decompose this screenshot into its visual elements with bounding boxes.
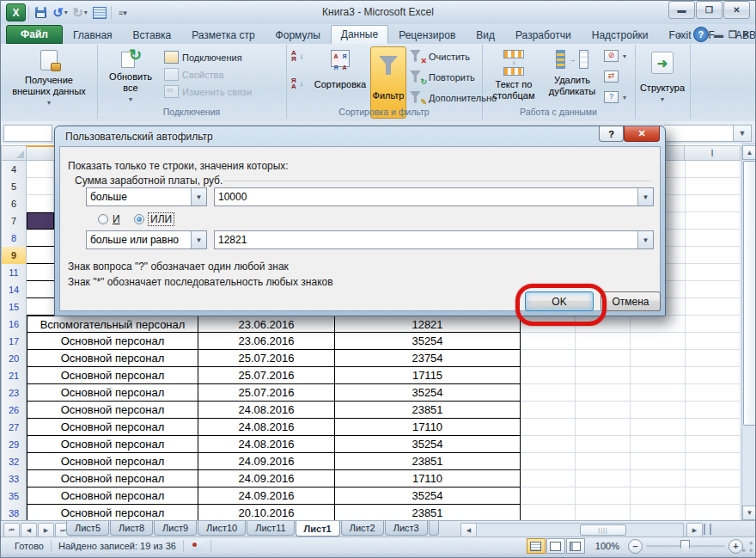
cell-value-row17[interactable]: 35254 — [335, 333, 521, 350]
cell-name-row16[interactable]: Вспомогательный персонал — [27, 316, 198, 333]
cell-date-row27[interactable]: 24.08.2016 — [198, 419, 335, 436]
row-header-16[interactable]: 16 — [1, 316, 27, 334]
ribbon-tab-данные[interactable]: Данные — [331, 25, 388, 44]
ribbon-tab-разметка-стр[interactable]: Разметка стр — [181, 26, 265, 44]
cell-value-row33[interactable]: 17110 — [335, 470, 521, 487]
cell-date-row16[interactable]: 23.06.2016 — [198, 316, 335, 333]
cell-b9[interactable] — [27, 247, 54, 264]
cell-name-row21[interactable]: Основной персонал — [27, 367, 198, 384]
value1-dropdown-icon[interactable]: ▼ — [637, 188, 653, 205]
cell-name-row26[interactable]: Основной персонал — [27, 402, 198, 419]
radio-and-option[interactable]: И — [98, 213, 120, 225]
close-window-button[interactable]: ✕ — [723, 1, 750, 19]
first-sheet-icon[interactable]: ⏮ — [3, 523, 20, 537]
cell-name-row38[interactable]: Основной персонал — [27, 505, 198, 522]
cell-value-row29[interactable]: 35254 — [335, 436, 521, 453]
cell-b8[interactable] — [27, 230, 54, 247]
outline-button[interactable]: ➜ Структура ▾ — [640, 48, 685, 105]
zoom-slider-handle[interactable] — [680, 540, 690, 554]
row-header-17[interactable]: 17 — [1, 333, 27, 351]
cell-name-row35[interactable]: Основной персонал — [27, 487, 198, 505]
view-normal-button[interactable] — [527, 538, 546, 554]
help-icon[interactable]: ? — [693, 27, 709, 42]
what-if-analysis-button[interactable]: ?▾ — [604, 91, 626, 103]
condition1-dropdown[interactable]: больше ▼ — [86, 187, 207, 206]
row-header-8[interactable]: 8 — [1, 230, 27, 248]
name-box[interactable] — [3, 125, 52, 142]
cell-date-row38[interactable]: 20.10.2016 — [198, 505, 335, 522]
cell-date-row32[interactable]: 24.09.2016 — [198, 453, 335, 470]
reapply-filter-button[interactable]: ↻ Повторить — [410, 71, 475, 84]
cell-date-row33[interactable]: 24.09.2016 — [198, 470, 335, 487]
cell-date-row20[interactable]: 25.07.2016 — [198, 350, 335, 367]
cell-date-row23[interactable]: 25.07.2016 — [198, 384, 335, 402]
row-header-21[interactable]: 21 — [1, 367, 27, 385]
restore-window-button[interactable]: ❐ — [696, 1, 722, 19]
row-header-5[interactable]: 5 — [1, 178, 27, 196]
ribbon-tab-формулы[interactable]: Формулы — [265, 26, 331, 44]
sheet-tab-лист10[interactable]: Лист10 — [198, 521, 246, 536]
cell-value-row32[interactable]: 23851 — [335, 453, 521, 470]
minimize-window-button[interactable]: ▬ — [668, 1, 695, 19]
workbook-minimize-icon[interactable]: ▬ — [714, 29, 723, 40]
row-header-33[interactable]: 33 — [1, 470, 27, 488]
cell-name-row23[interactable]: Основной персонал — [27, 384, 198, 402]
cell-b7[interactable] — [27, 212, 54, 230]
sort-za-button[interactable]: ЯА↓ — [291, 77, 303, 89]
sheet-tab-лист8[interactable]: Лист8 — [110, 521, 153, 536]
expand-formula-bar-icon[interactable]: ▼ — [733, 125, 752, 142]
row-header-20[interactable]: 20 — [1, 350, 27, 368]
cell-date-row35[interactable]: 24.09.2016 — [198, 487, 335, 505]
ribbon-tab-разработчи[interactable]: Разработчи — [505, 26, 582, 44]
refresh-all-button[interactable]: Обновить все ▾ — [104, 46, 157, 105]
vertical-scroll-thumb[interactable] — [743, 161, 756, 426]
radio-and-icon[interactable] — [98, 214, 108, 224]
remove-duplicates-button[interactable]: → Удалить дубликаты — [544, 46, 601, 97]
connections-button[interactable]: Подключения — [164, 51, 242, 64]
view-page-layout-button[interactable] — [546, 538, 565, 554]
row-header-29[interactable]: 29 — [1, 436, 27, 454]
horizontal-scrollbar[interactable]: |||| — [476, 523, 684, 537]
cell-value-row35[interactable]: 35254 — [335, 487, 521, 505]
sheet-tab-лист3[interactable]: Лист3 — [385, 521, 428, 536]
sheet-tab-лист1[interactable]: Лист1 — [296, 521, 340, 537]
dialog-close-button[interactable]: ✕ — [624, 126, 660, 142]
cell-b5[interactable] — [27, 178, 54, 195]
hscroll-right-icon[interactable]: ▶ — [686, 523, 703, 537]
cell-name-row29[interactable]: Основной персонал — [27, 436, 198, 453]
cell-date-row29[interactable]: 24.08.2016 — [198, 436, 335, 453]
data-validation-button[interactable]: ⊘▾ — [604, 50, 626, 62]
formula-input[interactable] — [664, 125, 734, 142]
row-header-32[interactable]: 32 — [1, 453, 27, 471]
value2-dropdown-icon[interactable]: ▼ — [637, 231, 653, 248]
resize-grip[interactable] — [741, 541, 753, 553]
condition1-dropdown-icon[interactable]: ▼ — [191, 188, 206, 205]
row-header-4[interactable]: 4 — [1, 161, 27, 179]
row-header-6[interactable]: 6 — [1, 195, 27, 213]
cell-date-row21[interactable]: 25.07.2016 — [198, 367, 335, 384]
ribbon-tab-главная[interactable]: Главная — [63, 26, 123, 44]
collapse-ribbon-icon[interactable]: ▲ — [676, 30, 688, 39]
column-header-partial[interactable] — [26, 145, 55, 161]
cell-value-row26[interactable]: 23851 — [335, 402, 521, 419]
cell-b14[interactable] — [27, 281, 54, 298]
get-external-data-button[interactable]: Получение внешних данных ▾ — [8, 46, 90, 108]
sheet-tab-partial[interactable] — [429, 521, 439, 536]
row-header-27[interactable]: 27 — [1, 419, 27, 437]
cell-name-row32[interactable]: Основной персонал — [27, 453, 198, 470]
row-header-7[interactable]: 7 — [1, 212, 27, 230]
zoom-out-icon[interactable]: – — [628, 539, 643, 554]
cell-value-row16[interactable]: 12821 — [335, 316, 521, 333]
sort-button[interactable]: АЯЯА Сортировка — [312, 46, 369, 90]
row-header-9[interactable]: 9 — [1, 247, 27, 265]
ribbon-tab-рецензиров[interactable]: Рецензиров — [388, 26, 466, 44]
sheet-tab-лист2[interactable]: Лист2 — [341, 521, 384, 536]
cell-b15[interactable] — [27, 298, 54, 316]
cell-name-row33[interactable]: Основной персонал — [27, 470, 198, 487]
radio-or-icon[interactable] — [134, 214, 144, 224]
text-to-columns-button[interactable]: ↓ Текст по столбцам — [485, 46, 542, 101]
cell-value-row27[interactable]: 17110 — [335, 419, 521, 436]
cancel-button[interactable]: Отмена — [601, 291, 661, 311]
ribbon-tab-вид[interactable]: Вид — [466, 26, 505, 44]
cell-date-row17[interactable]: 23.06.2016 — [198, 333, 335, 350]
